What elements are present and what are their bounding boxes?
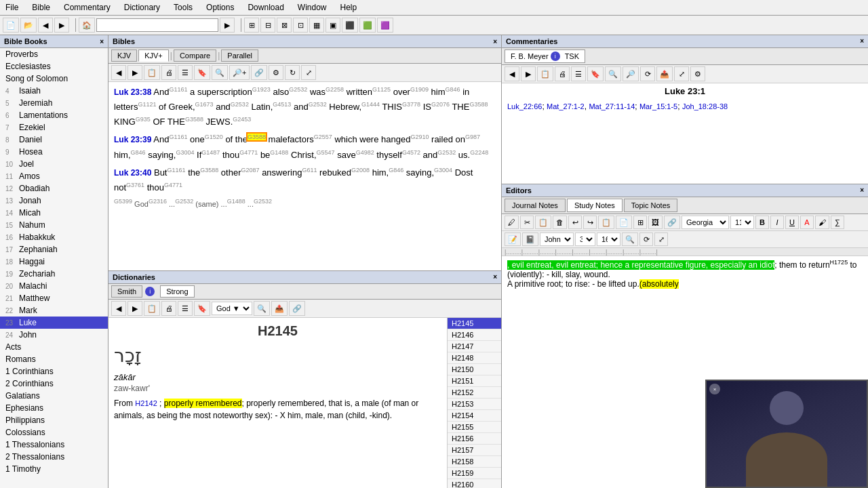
dict-print-btn[interactable]: 🖨 xyxy=(161,301,176,316)
dict-item-H2145[interactable]: H2145 xyxy=(448,318,501,329)
toolbar-layout7[interactable]: ⬛ xyxy=(342,18,358,33)
book-item-jeremiah[interactable]: 5Jeremiah xyxy=(0,97,108,109)
comm-sync-btn[interactable]: ⟳ xyxy=(640,66,655,81)
book-item-obadiah[interactable]: 12Obadiah xyxy=(0,182,108,195)
bibles-expand-btn[interactable]: ⤢ xyxy=(301,65,316,80)
comm-back-btn[interactable]: ◀ xyxy=(505,66,519,81)
dict-bookmark-btn[interactable]: 🔖 xyxy=(194,301,210,316)
book-item-1-timothy[interactable]: 1 Timothy xyxy=(0,463,108,475)
book-item-luke[interactable]: 23Luke xyxy=(0,317,108,329)
mar15-link[interactable]: Mar_15:1-5 xyxy=(639,102,677,110)
fmt-highlight[interactable]: 🖌 xyxy=(815,216,829,229)
fmt-paste-btn[interactable]: 📄 xyxy=(616,216,632,229)
book-item-1-thessalonians[interactable]: 1 Thessalonians xyxy=(0,439,108,451)
chapter-select[interactable]: 3 xyxy=(575,232,595,246)
dict-item-H2155[interactable]: H2155 xyxy=(448,422,501,433)
book-ref-select[interactable]: John xyxy=(540,232,574,246)
bibles-list-btn[interactable]: ☰ xyxy=(178,65,193,80)
book-item-ecclesiastes[interactable]: Ecclesiastes xyxy=(0,60,108,73)
dict-item-H2151[interactable]: H2151 xyxy=(448,375,501,387)
menu-download[interactable]: Download xyxy=(245,1,286,14)
dict-item-H2147[interactable]: H2147 xyxy=(448,341,501,352)
mat27-11-link[interactable]: Mat_27:11-14 xyxy=(589,102,635,110)
toolbar-layout6[interactable]: ▣ xyxy=(326,18,340,33)
fmt-bold[interactable]: B xyxy=(755,216,769,229)
book-item-ephesians[interactable]: Ephesians xyxy=(0,402,108,414)
dict-item-H2150[interactable]: H2150 xyxy=(448,364,501,375)
tab-kjv[interactable]: KJV xyxy=(111,49,137,62)
fmt-redo[interactable]: ↪ xyxy=(583,216,597,229)
bibles-zoomin-btn[interactable]: 🔎+ xyxy=(229,65,250,80)
book-item-zephaniah[interactable]: 17Zephaniah xyxy=(0,243,108,256)
book-item-amos[interactable]: 11Amos xyxy=(0,170,108,182)
toolbar-back[interactable]: ◀ xyxy=(38,18,53,33)
book-item-acts[interactable]: Acts xyxy=(0,341,108,353)
menu-help[interactable]: Help xyxy=(338,1,360,14)
fmt-icon2[interactable]: ✂ xyxy=(520,216,534,229)
luk-link[interactable]: Luk_22:66 xyxy=(507,102,542,110)
dict-item-H2148[interactable]: H2148 xyxy=(448,352,501,364)
video-close-btn[interactable]: × xyxy=(709,384,720,394)
tab-fbmeyer[interactable]: F. B. Meyer i TSK xyxy=(505,49,585,63)
verse-select[interactable]: 16 xyxy=(597,232,620,246)
book-item-jonah[interactable]: 13Jonah xyxy=(0,195,108,207)
book-item-ezekiel[interactable]: 7Ezekiel xyxy=(0,121,108,134)
fmt-journal-btn[interactable]: 📓 xyxy=(522,232,538,246)
book-item-isaiah[interactable]: 4Isaiah xyxy=(0,85,108,97)
comm-info-icon[interactable]: i xyxy=(551,52,560,61)
fmt-fullscreen2[interactable]: ⤢ xyxy=(654,232,668,246)
editors-close[interactable]: × xyxy=(860,186,864,195)
comm-fullscreen-btn[interactable]: ⤢ xyxy=(674,66,689,81)
dict-item-H2157[interactable]: H2157 xyxy=(448,445,501,456)
ref-luk2338[interactable]: Luk 23:38 xyxy=(114,87,151,97)
dict-item-H2160[interactable]: H2160 xyxy=(448,479,501,488)
toolbar-search[interactable] xyxy=(96,18,218,32)
tab-study-notes[interactable]: Study Notes xyxy=(567,199,623,212)
comm-print-btn[interactable]: 🖨 xyxy=(555,66,570,81)
tab-smith[interactable]: Smith xyxy=(111,285,142,298)
fmt-icon4[interactable]: 🗑 xyxy=(553,216,567,229)
comm-zoomin-btn[interactable]: 🔎 xyxy=(623,66,639,81)
bibles-print-btn[interactable]: 🖨 xyxy=(161,65,176,80)
fmt-icon1[interactable]: 🖊 xyxy=(505,216,519,229)
dict-close[interactable]: × xyxy=(493,273,497,281)
editors-content[interactable]: , evil entreat, evil entreat; hence a re… xyxy=(502,256,868,488)
fmt-copy-btn[interactable]: 📋 xyxy=(598,216,614,229)
menu-window[interactable]: Window xyxy=(295,1,330,14)
menu-dictionary[interactable]: Dictionary xyxy=(121,1,163,14)
joh18-link[interactable]: Joh_18:28-38 xyxy=(682,102,728,110)
bibles-close[interactable]: × xyxy=(493,38,497,45)
bibles-bookmark-btn[interactable]: 🔖 xyxy=(194,65,210,80)
toolbar-layout2[interactable]: ⊟ xyxy=(260,18,275,33)
fmt-img-btn[interactable]: 🖼 xyxy=(648,216,663,229)
ref-luk2340[interactable]: Luk 23:40 xyxy=(114,168,151,178)
toolbar-layout3[interactable]: ⊠ xyxy=(277,18,292,33)
tab-strong[interactable]: Strong xyxy=(160,285,194,298)
book-item-matthew[interactable]: 21Matthew xyxy=(0,292,108,304)
book-item-philippians[interactable]: Philippians xyxy=(0,414,108,426)
book-item-galatians[interactable]: Galatians xyxy=(0,390,108,402)
comm-export-btn[interactable]: 📤 xyxy=(656,66,673,81)
fmt-color[interactable]: A xyxy=(800,216,814,229)
fmt-link-btn[interactable]: 🔗 xyxy=(664,216,680,229)
fmt-extra[interactable]: ∑ xyxy=(831,216,844,229)
font-select[interactable]: Georgia xyxy=(682,216,729,229)
fmt-table-btn[interactable]: ⊞ xyxy=(633,216,647,229)
dict-export-btn[interactable]: 📤 xyxy=(271,301,288,316)
dict-from-link[interactable]: H2142 xyxy=(135,399,157,407)
toolbar-go[interactable]: ▶ xyxy=(220,18,235,33)
dict-search-btn[interactable]: 🔍 xyxy=(254,301,270,316)
fmt-search2[interactable]: 🔍 xyxy=(622,232,638,246)
fmt-icon3[interactable]: 📋 xyxy=(535,216,551,229)
book-item-romans[interactable]: Romans xyxy=(0,353,108,365)
dict-item-H2146[interactable]: H2146 xyxy=(448,329,501,341)
book-item-1-corinthians[interactable]: 1 Corinthians xyxy=(0,365,108,378)
comm-opt-btn[interactable]: ⚙ xyxy=(690,66,705,81)
font-size-select[interactable]: 11 xyxy=(730,216,754,229)
book-item-john[interactable]: 24John xyxy=(0,329,108,341)
tab-parallel[interactable]: Parallel xyxy=(221,49,258,62)
tab-journal-notes[interactable]: Journal Notes xyxy=(505,199,566,212)
menu-tools[interactable]: Tools xyxy=(171,1,195,14)
bibles-fwd-btn[interactable]: ▶ xyxy=(127,65,142,80)
toolbar-layout9[interactable]: 🟪 xyxy=(377,18,393,33)
